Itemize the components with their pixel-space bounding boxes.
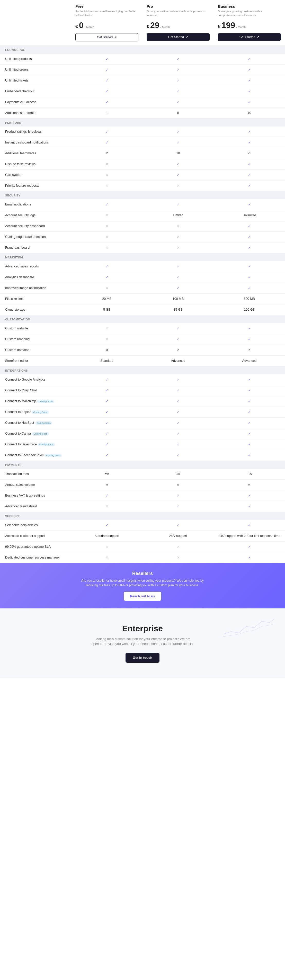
check-icon: ✓ (177, 264, 180, 269)
section-title: PAYMENTS (5, 463, 21, 466)
feature-name-cell: Custom website (0, 324, 71, 333)
check-icon: ✓ (248, 78, 251, 83)
free-feature-val: ✓ (71, 440, 142, 449)
get-in-touch-button[interactable]: Get in touch (126, 653, 159, 663)
business-get-started-button[interactable]: Get Started ↗ (218, 33, 281, 41)
feature-value: ∞ (248, 483, 250, 487)
check-icon: ✓ (105, 493, 108, 498)
pro-feature-val: ✕ (142, 542, 214, 551)
section-header-ecommerce: ECOMMERCE (0, 46, 285, 54)
pro-feature-val: ✕ (142, 553, 214, 562)
feature-name: Connect to Canva (5, 432, 31, 435)
free-feature-val: ✓ (71, 272, 142, 282)
check-icon: ✓ (177, 100, 180, 104)
feature-sections: ECOMMERCE Unlimited products ✓ ✓ ✓ Unlim… (0, 46, 285, 563)
pro-feature-val: ✓ (142, 491, 214, 500)
free-btn-arrow: ↗ (114, 35, 117, 39)
coming-soon-badge: Coming Soon (35, 421, 53, 425)
section-header-marketing: MARKETING (0, 253, 285, 261)
free-btn-label: Get Started (97, 35, 113, 39)
pricing-table: Free For Individuals and small teams try… (0, 0, 285, 678)
free-feature-val: 5 GB (71, 305, 142, 314)
pro-feature-val: ✓ (142, 138, 214, 147)
table-row: File size limit 20 MB 100 MB 500 MB (0, 294, 285, 304)
free-feature-val: ✕ (71, 243, 142, 252)
free-feature-val: ✓ (71, 65, 142, 74)
check-icon: ✓ (248, 442, 251, 446)
pro-feature-val: ✕ (142, 232, 214, 242)
section-header-integrations: INTEGRATIONS (0, 366, 285, 374)
pro-feature-val: ✓ (142, 429, 214, 438)
feature-name-cell: Unlimited orders (0, 65, 71, 74)
check-icon: ✓ (105, 388, 108, 392)
pro-feature-val: ✓ (142, 407, 214, 417)
check-icon: ✓ (248, 493, 251, 498)
free-get-started-button[interactable]: Get Started ↗ (75, 33, 139, 41)
free-feature-val: ✓ (71, 429, 142, 438)
business-feature-val: ✓ (214, 375, 285, 384)
business-btn-label: Get Started (239, 35, 255, 39)
pro-amount: 29 (150, 21, 159, 30)
free-feature-val: ✓ (71, 138, 142, 147)
feature-name: Cloud storage (5, 308, 25, 312)
pro-get-started-button[interactable]: Get Started ↗ (146, 33, 210, 41)
pro-feature-val: 10 (142, 149, 214, 158)
feature-name-cell: Connect to HubSpotComing Soon (0, 418, 71, 427)
table-row: Connect to Facebook PixelComing Soon ✓ ✓… (0, 450, 285, 461)
table-row: Instant dashboard notifications ✓ ✓ ✓ (0, 137, 285, 148)
check-icon: ✓ (105, 431, 108, 436)
pro-feature-val: ✓ (142, 375, 214, 384)
free-plan-desc: For Individuals and small teams trying o… (75, 10, 139, 18)
feature-column-header (0, 4, 71, 41)
pro-feature-val: 3% (142, 469, 214, 478)
free-feature-val: ✓ (71, 97, 142, 107)
feature-name: Fraud dashboard (5, 246, 30, 250)
table-row: Unlimited tickets ✓ ✓ ✓ (0, 75, 285, 86)
feature-name: 99.99% guaranteed uptime SLA (5, 545, 51, 549)
check-icon: ✓ (248, 89, 251, 93)
business-feature-val: ✓ (214, 127, 285, 136)
check-icon: ✓ (105, 453, 108, 457)
pro-feature-val: ∞ (142, 480, 214, 489)
check-icon: ✓ (177, 275, 180, 279)
free-feature-val: ✓ (71, 200, 142, 209)
reseller-title: Resellers (5, 571, 280, 576)
pro-plan-price: € 29 / Month (146, 21, 210, 30)
feature-name-cell: Connect to SalesforceComing Soon (0, 440, 71, 449)
check-icon: ✓ (105, 264, 108, 269)
feature-name: Connect to HubSpot (5, 421, 34, 425)
business-feature-val: 500 MB (214, 294, 285, 303)
table-row: Unlimited orders ✓ ✓ ✓ (0, 65, 285, 75)
business-feature-val: ✓ (214, 76, 285, 85)
business-feature-val: Unlimited (214, 211, 285, 220)
feature-value: 35 GB (174, 308, 183, 312)
pro-btn-arrow: ↗ (185, 35, 188, 39)
x-icon: ✕ (177, 246, 180, 250)
check-icon: ✓ (248, 57, 251, 61)
check-icon: ✓ (177, 431, 180, 436)
reach-out-button[interactable]: Reach out to us (124, 592, 161, 601)
section-title: INTEGRATIONS (5, 369, 28, 372)
pro-feature-val: ✓ (142, 159, 214, 169)
reseller-banner: Resellers Are you a reseller or have sma… (0, 563, 285, 608)
check-icon: ✓ (105, 89, 108, 93)
feature-value: 24/7 support with 2-hour first response … (218, 534, 280, 538)
free-feature-val: 0 (71, 345, 142, 354)
check-icon: ✓ (105, 442, 108, 446)
free-plan-header: Free For Individuals and small teams try… (71, 4, 142, 41)
business-feature-val: 10 (214, 108, 285, 117)
feature-value: 25 (248, 151, 251, 155)
feature-name: Storefront editor (5, 359, 28, 363)
check-icon: ✓ (105, 68, 108, 72)
table-row: Business VAT & tax settings ✓ ✓ ✓ (0, 490, 285, 501)
check-icon: ✓ (105, 399, 108, 403)
check-icon: ✓ (248, 523, 251, 527)
feature-name-cell: Instant dashboard notifications (0, 138, 71, 147)
table-row: Connect to MailchimpComing Soon ✓ ✓ ✓ (0, 396, 285, 407)
table-row: Priority feature requests ✕ ✕ ✓ (0, 181, 285, 191)
coming-soon-badge: Coming Soon (38, 443, 55, 446)
table-row: Advanced sales reports ✓ ✓ ✓ (0, 261, 285, 272)
business-feature-val: ✓ (214, 502, 285, 511)
table-row: Account security dashboard ✕ ✕ ✓ (0, 221, 285, 232)
business-feature-val: ✓ (214, 334, 285, 344)
